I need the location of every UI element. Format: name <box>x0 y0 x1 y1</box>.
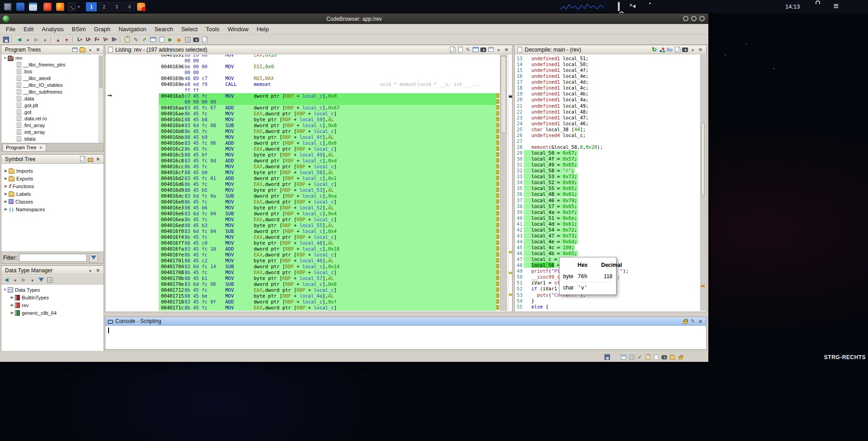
collapse-all-icon[interactable] <box>45 276 54 284</box>
listing-scrollbar[interactable] <box>500 55 507 311</box>
dtm-item-rev[interactable]: ▶rev <box>1 301 104 309</box>
tree-item-fini_array[interactable]: .fini_array <box>1 122 98 129</box>
listing-row-00401704[interactable]: 0040170483 6d fc 14SUBdword ptr [RBP + l… <box>105 264 512 270</box>
display-icon[interactable] <box>618 3 620 11</box>
listing-row-004016b1[interactable]: 004016b188 45 b8MOVbyte ptr [RBP + local… <box>105 117 512 123</box>
next-undefined-button[interactable]: U▾ <box>84 36 93 44</box>
chevron-down-icon[interactable]: ▾ <box>78 5 80 9</box>
decompile-line-20[interactable]: 20 undefined1 local_4a; <box>515 97 706 103</box>
listing-row-0040170e[interactable]: 0040170e83 6d fc 06SUBdword ptr [RBP + l… <box>105 281 512 287</box>
listing-row-00401708[interactable]: 004017088b 45 fcMOVEAX,dword ptr [RBP + … <box>105 270 512 275</box>
expander-closed-icon[interactable]: ▶ <box>9 303 15 307</box>
menu-bsim[interactable]: BSim <box>68 24 90 34</box>
status-icon-1[interactable] <box>604 354 611 360</box>
listing-row-004016ae[interactable]: 004016ae8b 45 fcMOVEAX,dword ptr [RBP + … <box>105 111 512 117</box>
hamburger-menu-icon[interactable]: ≡ <box>833 2 839 10</box>
listing-row-004016f0[interactable]: 004016f083 6d fc 04SUBdword ptr [RBP + l… <box>105 228 512 234</box>
expander-closed-icon[interactable]: ▶ <box>3 207 9 211</box>
forward-icon[interactable] <box>19 276 28 284</box>
next-varied-button[interactable]: V▾ <box>101 36 110 44</box>
status-icon-10[interactable] <box>678 354 684 360</box>
decompile-line-22[interactable]: 22 undefined1 local_48; <box>515 109 706 115</box>
code-app-icon[interactable] <box>16 3 24 11</box>
listing-row-004016a3[interactable]: →004016a3c7 45 fcMOVdword ptr [RBP + loc… <box>105 93 512 99</box>
filter-input[interactable] <box>19 254 87 262</box>
expander-open-icon[interactable]: ▼ <box>2 56 8 60</box>
decompile-line-46[interactable]: 46 local_4b = 0x65; <box>515 251 706 256</box>
tree-item-tdata[interactable]: .tdata <box>1 136 98 142</box>
console-header[interactable]: Console - Scripting <box>105 317 706 326</box>
listing-row-00401712[interactable]: 004017128b 45 fcMOVEAX,dword ptr [RBP + … <box>105 287 512 293</box>
copy-icon[interactable] <box>674 46 681 53</box>
chevron-down-icon[interactable] <box>86 46 94 53</box>
menu-analysis[interactable]: Analysis <box>38 24 67 34</box>
decompile-line-31[interactable]: 31 local_49 = 0x65; <box>515 162 706 168</box>
close-icon[interactable] <box>697 46 704 53</box>
listing-row-004016d9[interactable]: 004016d988 45 b5MOVbyte ptr [RBP + local… <box>105 187 512 193</box>
decompile-line-17[interactable]: 17 undefined1 local_4d; <box>515 79 706 85</box>
symbol-tree-item-imports[interactable]: ▶Imports <box>1 167 104 175</box>
listing-row-bytes-continuation[interactable]: 00 00 <box>105 70 512 76</box>
decompile-line-29[interactable]: 29 local_50 = 0x67; <box>515 150 706 156</box>
status-icon-7[interactable] <box>653 354 659 360</box>
next-label-button[interactable]: L▾ <box>76 36 84 44</box>
close-icon[interactable] <box>94 267 102 274</box>
listing-row-004016b4[interactable]: 004016b483 6d fc 08SUBdword ptr [RBP + l… <box>105 123 512 128</box>
listing-row-00401701[interactable]: 0040170188 45 c2MOVbyte ptr [RBP + local… <box>105 258 512 264</box>
decompile-line-28[interactable]: 28 memset(&local_58,0,0x20); <box>515 144 706 150</box>
copy-icon[interactable] <box>449 46 456 53</box>
listing-row-0040169e[interactable]: 0040169ee8 ed f9CALLmemsetvoid * memset(… <box>105 81 512 87</box>
status-icon-6[interactable] <box>645 354 651 360</box>
listing-row-00401691[interactable]: 00401691b8 20 00MOVEAX,0x20 <box>105 55 512 58</box>
paste-icon[interactable] <box>456 46 464 53</box>
listing-row-004016e6[interactable]: 004016e683 6d fc 04SUBdword ptr [RBP + l… <box>105 211 512 217</box>
re-decompile-icon[interactable] <box>650 46 658 53</box>
close-icon[interactable] <box>697 318 704 325</box>
listing-row-0040169b[interactable]: 0040169b48 89 c7MOVRDI,RAX <box>105 76 512 81</box>
notification-app-icon[interactable] <box>137 3 145 11</box>
dtm-root-data-types[interactable]: ▼Data Types <box>1 286 104 294</box>
status-icon-8[interactable] <box>661 354 668 360</box>
listing-row-004016e3[interactable]: 004016e388 45 b6MOVbyte ptr [RBP + local… <box>105 205 512 211</box>
expander-closed-icon[interactable]: ▶ <box>9 311 15 315</box>
edit-icon[interactable] <box>132 36 140 44</box>
listing-row-004016aa[interactable]: 004016aa83 45 fc 67ADDdword ptr [RBP + l… <box>105 105 512 111</box>
status-icon-3[interactable] <box>621 354 627 360</box>
workspace-2[interactable]: 2 <box>99 2 109 11</box>
tree-item-init_array[interactable]: .init_array <box>1 129 98 136</box>
expander-closed-icon[interactable]: ▶ <box>3 192 9 196</box>
memory-map-icon[interactable] <box>149 36 157 44</box>
tree-item-__libc_freeres_ptrs[interactable]: __libc_freeres_ptrs <box>1 62 98 68</box>
browser-icon[interactable] <box>56 3 64 11</box>
listing-row-bytes-continuation[interactable]: ff ff <box>105 87 512 93</box>
listing-row-004016dc[interactable]: 004016dc83 6d fc 0aSUBdword ptr [RBP + l… <box>105 193 512 199</box>
decompile-line-30[interactable]: 30 local_4f = 0x5f; <box>515 156 706 162</box>
decompile-line-33[interactable]: 33 local_53 = 0x73; <box>515 174 706 180</box>
window-titlebar[interactable]: CodeBrowser: app:/rev <box>0 14 708 24</box>
filter-icon[interactable] <box>37 276 45 284</box>
status-icon-5[interactable] <box>637 354 643 360</box>
close-tab-icon[interactable] <box>38 145 43 150</box>
snapshot-icon[interactable] <box>192 36 200 44</box>
decompile-line-54[interactable]: 54 } <box>515 298 706 304</box>
maximize-button[interactable] <box>691 16 697 21</box>
menu-edit[interactable]: Edit <box>19 24 38 34</box>
decompile-line-37[interactable]: 37 local_46 = 0x79; <box>515 198 706 204</box>
next-bookmark-button[interactable]: B▾ <box>110 36 119 44</box>
tree-item-__libc_subfreeres[interactable]: __libc_subfreeres <box>1 88 98 95</box>
symbol-tree-item-functions[interactable]: ▶Functions <box>1 182 104 190</box>
decompile-line-39[interactable]: 39 local_4a = 0x5f; <box>515 209 706 215</box>
tree-item-data[interactable]: .data <box>1 95 98 102</box>
back-menu-icon[interactable] <box>11 276 19 284</box>
clipboard-icon[interactable] <box>123 36 132 44</box>
close-icon[interactable] <box>94 156 102 163</box>
listing-row-004016cc[interactable]: 004016cc8b 45 fcMOVEAX,dword ptr [RBP + … <box>105 164 512 170</box>
validate-icon[interactable] <box>140 36 149 44</box>
decompile-header[interactable]: Decompile: main - (rev) <box>515 45 706 54</box>
package-icon[interactable] <box>86 156 94 163</box>
decompile-line-32[interactable]: 32 local_58 = 'r'; <box>515 168 706 174</box>
decompile-line-18[interactable]: 18 undefined1 local_4c; <box>515 85 706 91</box>
tree-item-got[interactable]: .got <box>1 109 98 115</box>
edit-icon[interactable] <box>464 46 472 53</box>
chevron-down-icon[interactable] <box>495 46 503 53</box>
